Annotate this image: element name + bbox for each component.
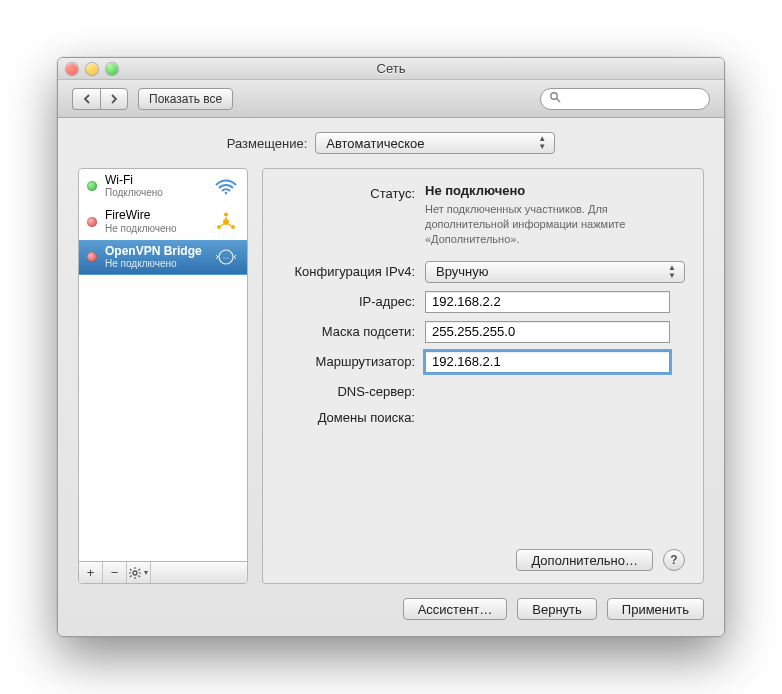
dns-label: DNS-сервер:: [281, 381, 415, 399]
status-dot-icon: [87, 252, 97, 262]
router-label: Маршрутизатор:: [281, 351, 415, 369]
router-input[interactable]: [425, 351, 670, 373]
ipv4-row: Конфигурация IPv4: Вручную ▲▼: [281, 261, 685, 283]
advanced-button[interactable]: Дополнительно…: [516, 549, 653, 571]
interfaces-list: Wi-Fi Подключено FireWire Не подключено: [79, 169, 247, 561]
interface-status: Подключено: [105, 187, 205, 199]
window-controls: [66, 63, 118, 75]
search-input[interactable]: [565, 92, 701, 106]
select-arrows-icon: ▲▼: [534, 135, 550, 151]
ip-label: IP-адрес:: [281, 291, 415, 309]
location-select[interactable]: Автоматическое ▲▼: [315, 132, 555, 154]
main-panels: Wi-Fi Подключено FireWire Не подключено: [78, 168, 704, 584]
ip-row: IP-адрес:: [281, 291, 685, 313]
nav-segment: [72, 88, 128, 110]
location-value: Автоматическое: [326, 136, 424, 151]
interface-actions-button[interactable]: ▾: [127, 562, 151, 583]
status-value: Не подключено: [425, 183, 685, 198]
select-arrows-icon: ▲▼: [664, 264, 680, 280]
status-row: Статус: Не подключено Нет подключенных у…: [281, 183, 685, 247]
show-all-button[interactable]: Показать все: [138, 88, 233, 110]
svg-line-1: [557, 99, 560, 102]
content-area: Размещение: Автоматическое ▲▼ Wi-Fi Подк…: [58, 118, 724, 636]
network-prefs-window: Сеть Показать все Размещение: Автоматиче…: [57, 57, 725, 637]
details-footer: Дополнительно… ?: [281, 543, 685, 571]
revert-button[interactable]: Вернуть: [517, 598, 597, 620]
mask-row: Маска подсети:: [281, 321, 685, 343]
location-label: Размещение:: [227, 136, 308, 151]
svg-point-4: [224, 212, 228, 216]
interface-status: Не подключено: [105, 223, 205, 235]
sidebar-item-wifi[interactable]: Wi-Fi Подключено: [79, 169, 247, 204]
zoom-window-button[interactable]: [106, 63, 118, 75]
svg-point-2: [225, 192, 228, 195]
search-domains-label: Домены поиска:: [281, 407, 415, 425]
mask-input[interactable]: [425, 321, 670, 343]
forward-button[interactable]: [100, 88, 128, 110]
minimize-window-button[interactable]: [86, 63, 98, 75]
close-window-button[interactable]: [66, 63, 78, 75]
interface-name: Wi-Fi: [105, 173, 205, 187]
svg-line-9: [229, 224, 232, 226]
ip-input[interactable]: [425, 291, 670, 313]
status-dot-icon: [87, 181, 97, 191]
ipv4-select[interactable]: Вручную ▲▼: [425, 261, 685, 283]
status-label: Статус:: [281, 183, 415, 201]
svg-line-8: [221, 224, 224, 226]
svg-point-3: [223, 219, 229, 225]
chevron-left-icon: [82, 94, 92, 104]
assistant-button[interactable]: Ассистент…: [403, 598, 508, 620]
wifi-icon: [213, 176, 239, 196]
ipv4-label: Конфигурация IPv4:: [281, 261, 415, 279]
sidebar-item-text: OpenVPN Bridge Не подключено: [105, 244, 205, 270]
chevron-right-icon: [109, 94, 119, 104]
status-sub: Нет подключенных участников. Для дополни…: [425, 202, 685, 247]
mask-label: Маска подсети:: [281, 321, 415, 339]
toolbar: Показать все: [58, 80, 724, 118]
svg-point-5: [217, 225, 221, 229]
remove-interface-button[interactable]: −: [103, 562, 127, 583]
interface-details: Статус: Не подключено Нет подключенных у…: [262, 168, 704, 584]
location-row: Размещение: Автоматическое ▲▼: [78, 132, 704, 154]
svg-point-12: [133, 571, 137, 575]
back-button[interactable]: [72, 88, 100, 110]
interface-status: Не подключено: [105, 258, 205, 270]
search-field[interactable]: [540, 88, 710, 110]
gear-icon: [129, 566, 143, 580]
status-dot-icon: [87, 217, 97, 227]
interface-name: OpenVPN Bridge: [105, 244, 205, 258]
vpn-icon: ◦◦◦: [213, 247, 239, 267]
sidebar-footer: + − ▾: [79, 561, 247, 583]
bottom-buttons: Ассистент… Вернуть Применить: [78, 598, 704, 620]
svg-point-0: [551, 93, 557, 99]
interface-name: FireWire: [105, 208, 205, 222]
titlebar: Сеть: [58, 58, 724, 80]
apply-button[interactable]: Применить: [607, 598, 704, 620]
sidebar-item-firewire[interactable]: FireWire Не подключено: [79, 204, 247, 239]
status-block: Не подключено Нет подключенных участнико…: [425, 183, 685, 247]
svg-text:◦◦◦: ◦◦◦: [223, 255, 229, 261]
interfaces-sidebar: Wi-Fi Подключено FireWire Не подключено: [78, 168, 248, 584]
ipv4-value: Вручную: [436, 264, 488, 279]
router-row: Маршрутизатор:: [281, 351, 685, 373]
search-icon: [549, 91, 561, 106]
sidebar-item-text: Wi-Fi Подключено: [105, 173, 205, 199]
window-title: Сеть: [58, 61, 724, 76]
add-interface-button[interactable]: +: [79, 562, 103, 583]
firewire-icon: [213, 212, 239, 232]
svg-point-6: [231, 225, 235, 229]
search-domains-row: Домены поиска:: [281, 407, 685, 425]
sidebar-item-text: FireWire Не подключено: [105, 208, 205, 234]
dns-row: DNS-сервер:: [281, 381, 685, 399]
help-button[interactable]: ?: [663, 549, 685, 571]
sidebar-item-openvpn[interactable]: OpenVPN Bridge Не подключено ◦◦◦: [79, 240, 247, 275]
